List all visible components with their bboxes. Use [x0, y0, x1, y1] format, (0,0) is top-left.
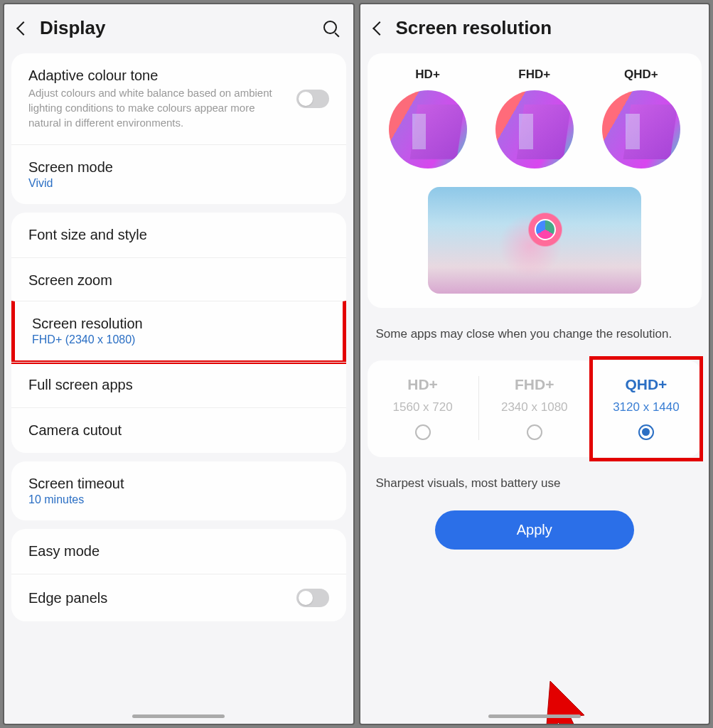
radio-icon [527, 424, 542, 440]
back-icon[interactable] [372, 21, 387, 36]
option-name: FHD+ [515, 376, 554, 393]
option-dimensions: 1560 x 720 [393, 400, 453, 414]
svg-marker-0 [546, 681, 584, 725]
preview-qhd: QHD+ [602, 68, 680, 168]
setting-value: FHD+ (2340 x 1080) [32, 333, 326, 346]
apply-button[interactable]: Apply [435, 510, 634, 550]
card-font-zoom-res: Font size and style Screen zoom Screen r… [11, 213, 346, 453]
setting-title: Edge panels [28, 590, 288, 606]
setting-title: Screen zoom [28, 272, 329, 289]
row-screen-timeout[interactable]: Screen timeout 10 minutes [11, 461, 346, 520]
preview-image-icon [495, 90, 574, 168]
option-dimensions: 3120 x 1440 [613, 400, 680, 414]
card-timeout: Screen timeout 10 minutes [11, 461, 346, 520]
setting-title: Screen mode [28, 159, 329, 176]
screen-resolution-screen: Screen resolution HD+ FHD+ QHD+ Some app… [359, 3, 711, 725]
radio-icon [415, 424, 431, 440]
card-easy-edge: Easy mode Edge panels [11, 529, 346, 621]
preview-label: QHD+ [602, 68, 680, 82]
setting-title: Adaptive colour tone [28, 68, 288, 84]
setting-title: Easy mode [28, 543, 329, 560]
home-indicator[interactable] [132, 714, 225, 718]
row-full-screen-apps[interactable]: Full screen apps [11, 362, 346, 407]
option-fhd[interactable]: FHD+ 2340 x 1080 [478, 376, 590, 440]
row-font-size[interactable]: Font size and style [11, 213, 346, 257]
header: Display [4, 4, 353, 49]
setting-title: Screen timeout [28, 476, 329, 492]
page-title: Display [40, 17, 312, 39]
search-icon[interactable] [323, 21, 339, 36]
toggle-edge-panels[interactable] [296, 589, 329, 607]
setting-title: Full screen apps [28, 377, 329, 393]
setting-title: Screen resolution [32, 316, 326, 332]
option-name: QHD+ [625, 376, 667, 393]
preview-image-icon [389, 90, 467, 168]
setting-value: 10 minutes [28, 493, 329, 506]
setting-value: Vivid [28, 177, 329, 190]
display-settings-screen: Display Adaptive colour tone Adjust colo… [3, 3, 355, 725]
home-indicator[interactable] [488, 714, 581, 718]
preview-fhd: FHD+ [495, 68, 574, 168]
radio-icon [638, 424, 654, 440]
card-preview: HD+ FHD+ QHD+ [368, 53, 702, 308]
setting-title: Camera cutout [28, 422, 329, 439]
option-dimensions: 2340 x 1080 [501, 400, 568, 414]
selected-description: Sharpest visuals, most battery use [360, 461, 709, 505]
row-camera-cutout[interactable]: Camera cutout [11, 407, 346, 453]
info-text: Some apps may close when you change the … [360, 312, 709, 356]
preview-hd: HD+ [389, 68, 467, 168]
card-adaptive: Adaptive colour tone Adjust colours and … [11, 53, 346, 204]
page-title: Screen resolution [396, 17, 695, 39]
row-screen-resolution[interactable]: Screen resolution FHD+ (2340 x 1080) [11, 301, 346, 364]
preview-image-icon [602, 90, 680, 168]
preview-row: HD+ FHD+ QHD+ [368, 53, 702, 176]
option-hd[interactable]: HD+ 1560 x 720 [368, 376, 478, 440]
row-screen-mode[interactable]: Screen mode Vivid [11, 144, 346, 204]
row-screen-zoom[interactable]: Screen zoom [11, 257, 346, 303]
back-icon[interactable] [16, 21, 31, 36]
toggle-adaptive[interactable] [296, 90, 329, 108]
setting-title: Font size and style [28, 227, 329, 243]
preview-label: HD+ [389, 68, 467, 82]
resolution-options: HD+ 1560 x 720 FHD+ 2340 x 1080 QHD+ 312… [368, 360, 702, 457]
row-adaptive-colour-tone[interactable]: Adaptive colour tone Adjust colours and … [11, 53, 346, 144]
row-easy-mode[interactable]: Easy mode [11, 529, 346, 574]
row-edge-panels[interactable]: Edge panels [11, 574, 346, 621]
option-qhd[interactable]: QHD+ 3120 x 1440 [590, 376, 702, 440]
header: Screen resolution [360, 4, 709, 49]
wallpaper-preview-icon [428, 187, 641, 294]
preview-label: FHD+ [495, 68, 574, 82]
setting-desc: Adjust colours and white balance based o… [28, 85, 288, 130]
option-name: HD+ [407, 376, 438, 393]
